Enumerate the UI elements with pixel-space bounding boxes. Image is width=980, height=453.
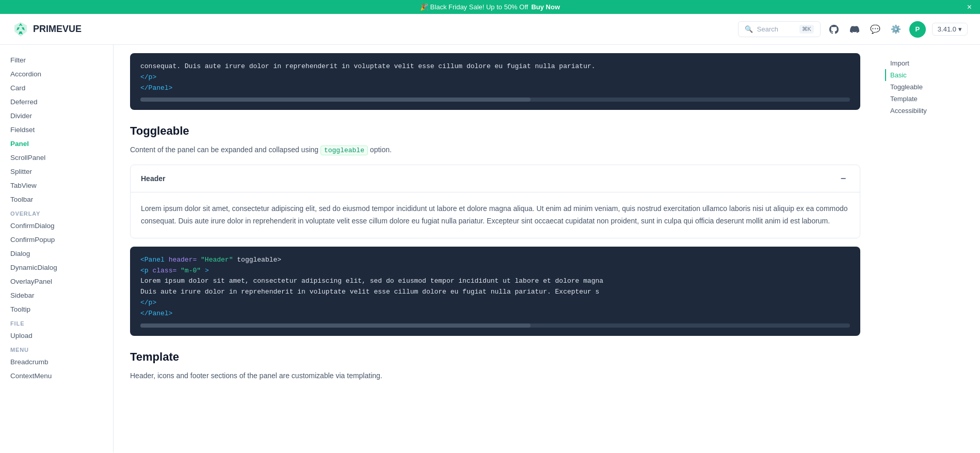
sidebar-item-divider[interactable]: Divider: [0, 109, 113, 123]
sidebar-item-panel[interactable]: Panel: [0, 137, 113, 151]
discord-icon[interactable]: [847, 22, 862, 37]
sidebar-item-confirmpopup[interactable]: ConfirmPopup: [0, 233, 113, 247]
panel-demo-body: Lorem ipsum dolor sit amet, consectetur …: [131, 192, 860, 238]
sidebar-item-deferred[interactable]: Deferred: [0, 95, 113, 109]
sidebar-item-tabview[interactable]: TabView: [0, 179, 113, 192]
sidebar-section-menu: Menu Breadcrumb ContextMenu: [0, 343, 113, 383]
panel-demo: Header − Lorem ipsum dolor sit amet, con…: [130, 165, 860, 238]
template-desc: Header, icons and footer sections of the…: [130, 370, 860, 381]
sidebar-item-dynamicdialog[interactable]: DynamicDialog: [0, 261, 113, 274]
code-line-p-open: <p class= "m-0" >: [140, 266, 850, 277]
toggleable-desc-after: option.: [370, 145, 392, 154]
code-block-toggleable: <Panel header= "Header" toggleable> <p c…: [130, 247, 860, 336]
toggleable-heading: Toggleable: [130, 124, 860, 138]
code-line-panel-open: <Panel header= "Header" toggleable>: [140, 255, 850, 266]
code-line-close-panel: </Panel>: [140, 83, 850, 94]
overlay-section-label: Overlay: [0, 206, 113, 219]
banner-link[interactable]: Buy Now: [531, 3, 560, 11]
sidebar-item-toolbar[interactable]: Toolbar: [0, 192, 113, 206]
code-scrollbar-toggleable[interactable]: [140, 323, 850, 328]
logo-link[interactable]: PRIMEVUE: [12, 21, 82, 38]
banner-text: 🎉 Black Friday Sale! Up to 50% Off: [420, 3, 528, 11]
top-banner: 🎉 Black Friday Sale! Up to 50% Off Buy N…: [0, 0, 980, 14]
logo-icon: [12, 21, 29, 38]
sidebar-item-upload[interactable]: Upload: [0, 329, 113, 343]
settings-icon[interactable]: ⚙️: [889, 22, 903, 37]
notification-icon[interactable]: 💬: [868, 22, 882, 37]
github-icon[interactable]: [827, 22, 841, 37]
template-heading: Template: [130, 350, 860, 364]
header-right: 🔍 Search ⌘K 💬 ⚙️ P 3.41.0 ▾: [738, 21, 968, 38]
toc-item-import[interactable]: Import: [885, 57, 972, 69]
user-avatar[interactable]: P: [909, 21, 926, 38]
code-line-consequat: consequat. Duis aute irure dolor in repr…: [140, 61, 850, 72]
sidebar-section-panels: Filter Accordion Card Deferred Divider F…: [0, 53, 113, 206]
sidebar: Filter Accordion Card Deferred Divider F…: [0, 45, 114, 452]
code-block-top: consequat. Duis aute irure dolor in repr…: [130, 53, 860, 110]
sidebar-item-fieldset[interactable]: Fieldset: [0, 123, 113, 137]
file-section-label: File: [0, 316, 113, 329]
search-box[interactable]: 🔍 Search ⌘K: [738, 21, 821, 37]
sidebar-item-card[interactable]: Card: [0, 81, 113, 95]
code-line-p-close: </p>: [140, 298, 850, 309]
sidebar-item-overlaypanel[interactable]: OverlayPanel: [0, 274, 113, 288]
page-layout: Filter Accordion Card Deferred Divider F…: [0, 45, 980, 452]
search-icon: 🔍: [745, 25, 753, 33]
code-line-panel-close: </Panel>: [140, 309, 850, 319]
panel-demo-header: Header −: [131, 165, 860, 192]
sidebar-item-scrollpanel[interactable]: ScrollPanel: [0, 151, 113, 165]
sidebar-item-tooltip[interactable]: Tooltip: [0, 302, 113, 316]
sidebar-section-file: File Upload: [0, 316, 113, 343]
main-content: consequat. Duis aute irure dolor in repr…: [114, 45, 877, 452]
panel-demo-body-text: Lorem ipsum dolor sit amet, consectetur …: [141, 203, 849, 228]
sidebar-item-filter[interactable]: Filter: [0, 53, 113, 67]
toggleable-inline-code: toggleable: [320, 145, 368, 155]
toggleable-desc: Content of the panel can be expanded and…: [130, 144, 860, 156]
logo-text: PRIMEVUE: [33, 24, 82, 35]
toc-item-toggleable[interactable]: Toggleable: [885, 81, 972, 93]
toc-item-template[interactable]: Template: [885, 93, 972, 105]
banner-close-button[interactable]: ×: [967, 3, 972, 11]
code-line-lorem2: Duis aute irure dolor in reprehenderit i…: [140, 287, 850, 298]
version-chevron-icon: ▾: [958, 25, 962, 33]
search-shortcut: ⌘K: [799, 25, 814, 34]
header: PRIMEVUE 🔍 Search ⌘K 💬 ⚙️ P 3.41.0 ▾: [0, 14, 980, 45]
sidebar-item-splitter[interactable]: Splitter: [0, 165, 113, 179]
version-selector[interactable]: 3.41.0 ▾: [932, 23, 968, 36]
code-line-lorem1: Lorem ipsum dolor sit amet, consectetur …: [140, 276, 850, 287]
code-scrollbar-thumb-toggleable: [140, 323, 531, 328]
toggleable-desc-before: Content of the panel can be expanded and…: [130, 145, 318, 154]
toc-item-accessibility[interactable]: Accessibility: [885, 105, 972, 117]
version-text: 3.41.0: [938, 25, 956, 33]
sidebar-item-dialog[interactable]: Dialog: [0, 247, 113, 261]
sidebar-item-sidebar[interactable]: Sidebar: [0, 288, 113, 302]
code-scrollbar-top[interactable]: [140, 98, 850, 102]
sidebar-item-accordion[interactable]: Accordion: [0, 67, 113, 81]
toc-item-basic[interactable]: Basic: [885, 69, 972, 81]
search-label: Search: [757, 25, 778, 33]
menu-section-label: Menu: [0, 343, 113, 355]
table-of-contents: Import Basic Toggleable Template Accessi…: [877, 45, 980, 452]
sidebar-item-breadcrumb[interactable]: Breadcrumb: [0, 355, 113, 369]
sidebar-item-confirmdialog[interactable]: ConfirmDialog: [0, 219, 113, 233]
code-scrollbar-thumb-top: [140, 98, 531, 102]
panel-collapse-button[interactable]: −: [837, 172, 849, 185]
sidebar-section-overlay: Overlay ConfirmDialog ConfirmPopup Dialo…: [0, 206, 113, 316]
code-line-close-p: </p>: [140, 72, 850, 83]
panel-demo-header-text: Header: [141, 174, 165, 183]
sidebar-item-contextmenu[interactable]: ContextMenu: [0, 369, 113, 383]
